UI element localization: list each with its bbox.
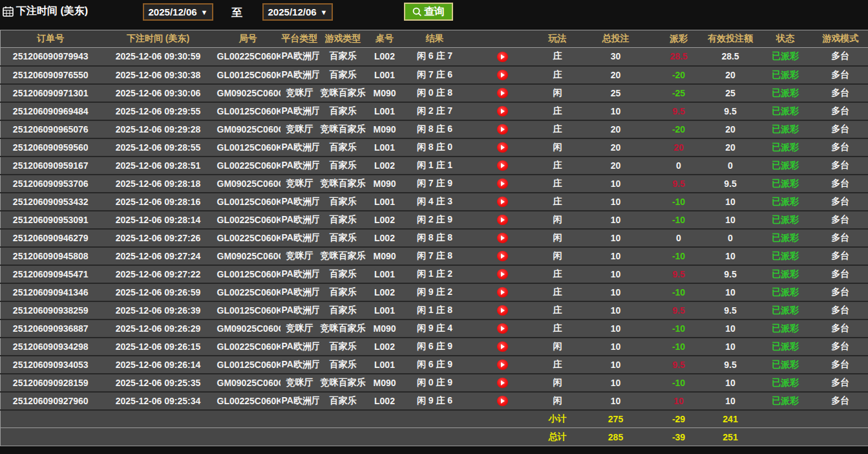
replay-play-icon[interactable] — [497, 106, 508, 116]
cell-valid-bet: 10 — [703, 374, 758, 392]
cell-bet-time: 2025-12-06 09:26:14 — [101, 356, 216, 374]
cell-play-type: 庄 — [538, 319, 577, 338]
cell-play-type: 闲 — [538, 338, 577, 356]
cell-table-no: M090 — [367, 84, 403, 102]
cell-game-mode: 多台 — [813, 301, 868, 319]
cell-valid-bet: 0 — [703, 157, 758, 175]
cell-game-type: 竞咪百家乐 — [319, 175, 367, 193]
replay-play-icon[interactable] — [497, 287, 508, 297]
cell-platform: PA欧洲厅 — [281, 66, 319, 84]
cell-result: 闲 2 庄 9 — [403, 211, 467, 229]
replay-play-icon[interactable] — [497, 360, 508, 370]
date-from-dropdown[interactable]: 2025/12/06 ▼ — [143, 3, 213, 21]
query-button[interactable]: 查询 — [404, 3, 453, 21]
cell-round-id: GL00225C060KH — [216, 283, 281, 301]
cell-payout: -10 — [655, 193, 703, 211]
cell-payout: -10 — [655, 211, 703, 229]
table-row: 251206090953706 2025-12-06 09:28:18 GM09… — [1, 175, 868, 193]
cell-platform: 竞咪厅 — [281, 84, 319, 102]
cell-round-id: GM09025C060GT — [216, 120, 281, 138]
cell-replay — [467, 193, 538, 211]
cell-order-id: 251206090928159 — [1, 374, 101, 392]
cell-bet-time: 2025-12-06 09:28:51 — [101, 157, 216, 175]
replay-play-icon[interactable] — [497, 70, 508, 80]
replay-play-icon[interactable] — [497, 269, 508, 279]
cell-result: 闲 9 庄 6 — [403, 392, 467, 410]
cell-table-no: M090 — [367, 175, 403, 193]
cell-round-id: GM09025C060GR — [216, 247, 281, 265]
cell-platform: PA欧洲厅 — [281, 392, 319, 410]
date-to-dropdown[interactable]: 2025/12/06 ▼ — [262, 3, 333, 21]
table-row: 251206090953091 2025-12-06 09:28:14 GL00… — [1, 211, 868, 229]
cell-total-bet: 10 — [577, 392, 655, 410]
col-table-no: 桌号 — [367, 30, 403, 48]
col-payout: 派彩 — [655, 30, 703, 48]
cell-status: 已派彩 — [758, 84, 813, 102]
cell-order-id: 251206090934298 — [1, 338, 101, 356]
cell-bet-time: 2025-12-06 09:25:34 — [101, 392, 216, 410]
cell-result: 闲 6 庄 7 — [403, 48, 467, 66]
cell-game-type: 百家乐 — [319, 229, 367, 247]
replay-play-icon[interactable] — [497, 233, 508, 243]
replay-play-icon[interactable] — [497, 142, 508, 153]
subtotal-payout: -29 — [655, 410, 703, 428]
replay-play-icon[interactable] — [497, 378, 508, 388]
cell-round-id: GL00125C060KF — [216, 193, 281, 211]
subtotal-valid: 241 — [703, 410, 758, 428]
cell-table-no: L002 — [367, 283, 403, 301]
cell-play-type: 闲 — [538, 392, 577, 410]
cell-payout: 0 — [655, 229, 703, 247]
replay-play-icon[interactable] — [497, 52, 508, 62]
cell-result: 闲 9 庄 2 — [403, 283, 467, 301]
cell-valid-bet: 10 — [703, 193, 758, 211]
cell-payout: -25 — [655, 84, 703, 102]
cell-replay — [467, 48, 538, 66]
replay-play-icon[interactable] — [497, 178, 508, 189]
cell-bet-time: 2025-12-06 09:27:24 — [101, 247, 216, 265]
replay-play-icon[interactable] — [497, 197, 508, 207]
replay-play-icon[interactable] — [497, 341, 508, 352]
cell-order-id: 251206090945471 — [1, 265, 101, 283]
cell-replay — [467, 247, 538, 265]
replay-play-icon[interactable] — [497, 305, 508, 316]
col-valid-bet: 有效投注额 — [703, 30, 758, 48]
total-row: 总计 285 -39 251 — [1, 428, 868, 446]
cell-game-mode: 多台 — [813, 66, 868, 84]
cell-table-no: L001 — [367, 102, 403, 120]
cell-table-no: L001 — [367, 301, 403, 319]
cell-payout: 9.5 — [655, 356, 703, 374]
cell-status: 已派彩 — [758, 247, 813, 265]
cell-valid-bet: 10 — [703, 211, 758, 229]
cell-table-no: M090 — [367, 247, 403, 265]
cell-replay — [467, 138, 538, 157]
cell-platform: PA欧洲厅 — [281, 102, 319, 120]
cell-bet-time: 2025-12-06 09:27:26 — [101, 229, 216, 247]
caret-down-icon: ▼ — [201, 8, 208, 16]
cell-platform: PA欧洲厅 — [281, 211, 319, 229]
replay-play-icon[interactable] — [497, 323, 508, 334]
replay-play-icon[interactable] — [497, 251, 508, 261]
cell-total-bet: 10 — [577, 175, 655, 193]
cell-table-no: L001 — [367, 356, 403, 374]
replay-play-icon[interactable] — [497, 124, 508, 135]
cell-payout: 9.5 — [655, 175, 703, 193]
replay-play-icon[interactable] — [497, 88, 508, 98]
cell-platform: PA欧洲厅 — [281, 193, 319, 211]
cell-total-bet: 10 — [577, 229, 655, 247]
table-row: 251206090945471 2025-12-06 09:27:22 GL00… — [1, 265, 868, 283]
replay-play-icon[interactable] — [497, 396, 508, 406]
cell-replay — [467, 157, 538, 175]
cell-status: 已派彩 — [758, 283, 813, 301]
cell-result: 闲 8 庄 0 — [403, 138, 467, 157]
replay-play-icon[interactable] — [497, 215, 508, 225]
bet-time-label: 下注时间 (美东) — [3, 5, 88, 18]
col-game-mode: 游戏模式 — [813, 30, 868, 48]
table-row: 251206090953432 2025-12-06 09:28:16 GL00… — [1, 193, 868, 211]
cell-replay — [467, 392, 538, 410]
cell-result: 闲 8 庄 8 — [403, 229, 467, 247]
cell-total-bet: 10 — [577, 338, 655, 356]
replay-play-icon[interactable] — [497, 160, 508, 171]
cell-game-mode: 多台 — [813, 265, 868, 283]
cell-table-no: L001 — [367, 66, 403, 84]
cell-result: 闲 7 庄 9 — [403, 175, 467, 193]
